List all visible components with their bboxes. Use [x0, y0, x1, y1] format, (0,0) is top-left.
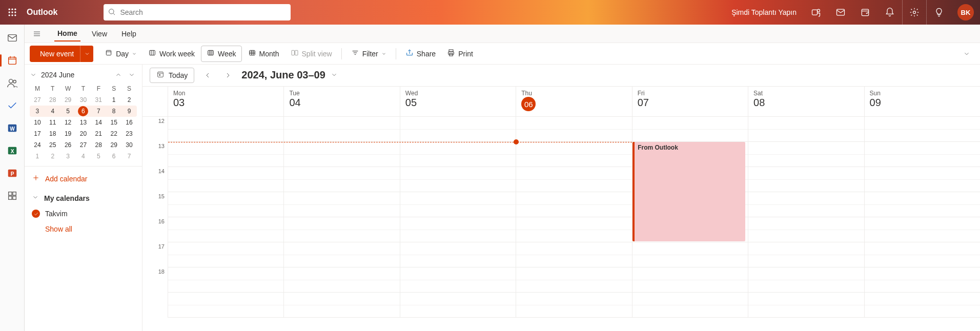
time-slot[interactable] — [400, 242, 516, 267]
mini-cal-day[interactable]: 5 — [91, 151, 106, 162]
time-slot[interactable] — [168, 217, 284, 242]
mini-cal-day[interactable]: 8 — [106, 106, 121, 117]
calendar-grid[interactable]: 12131415161718From Outlook — [142, 117, 980, 331]
time-slot[interactable] — [168, 167, 284, 192]
tips-icon[interactable] — [927, 0, 951, 25]
mini-cal-day[interactable]: 17 — [30, 128, 45, 139]
time-slot[interactable] — [168, 142, 284, 167]
mini-cal-day[interactable]: 21 — [91, 128, 106, 139]
time-slot[interactable] — [865, 117, 980, 142]
new-event-dropdown[interactable] — [80, 46, 93, 62]
time-slot[interactable] — [865, 267, 980, 293]
mini-cal-day[interactable]: 3 — [60, 151, 76, 162]
view-month-button[interactable]: Month — [243, 46, 284, 62]
time-slot[interactable] — [284, 117, 400, 142]
mini-cal-day[interactable]: 29 — [60, 94, 76, 106]
time-slot[interactable] — [516, 142, 632, 167]
mini-cal-day[interactable]: 28 — [91, 139, 106, 151]
next-week-button[interactable] — [221, 68, 235, 82]
day-header[interactable]: Fri07 — [632, 87, 748, 116]
view-work-week-button[interactable]: Work week — [143, 46, 200, 62]
expand-ribbon-button[interactable] — [958, 46, 975, 62]
mini-cal-day[interactable]: 22 — [106, 128, 121, 139]
rail-excel[interactable]: X — [2, 140, 23, 161]
time-slot[interactable] — [748, 142, 864, 167]
time-slot[interactable] — [400, 117, 516, 142]
prev-week-button[interactable] — [200, 68, 215, 82]
mini-cal-day[interactable]: 3 — [30, 106, 45, 117]
share-button[interactable]: Share — [400, 46, 441, 62]
time-slot[interactable] — [748, 167, 864, 192]
mini-calendar[interactable]: MTWTFSS 27282930311234567891011121314151… — [30, 83, 137, 162]
search-input[interactable] — [116, 8, 287, 16]
time-slot[interactable] — [284, 142, 400, 167]
rail-todo[interactable] — [2, 95, 23, 116]
filter-button[interactable]: Filter — [346, 46, 392, 62]
notifications-icon[interactable] — [877, 0, 902, 25]
time-slot[interactable] — [865, 192, 980, 217]
day-header[interactable]: Mon03 — [168, 87, 284, 116]
mini-cal-day[interactable]: 24 — [30, 139, 45, 151]
time-slot[interactable] — [748, 192, 864, 217]
my-day-icon[interactable] — [853, 0, 877, 25]
teams-icon[interactable] — [804, 0, 828, 25]
mini-cal-day[interactable]: 1 — [30, 151, 45, 162]
time-slot[interactable] — [516, 217, 632, 242]
time-slot[interactable] — [400, 192, 516, 217]
mini-cal-day[interactable]: 20 — [76, 128, 91, 139]
mini-cal-day[interactable]: 27 — [76, 139, 91, 151]
mini-cal-day[interactable]: 13 — [76, 117, 91, 128]
mini-cal-day[interactable]: 19 — [60, 128, 76, 139]
time-slot[interactable] — [748, 267, 864, 293]
time-slot[interactable] — [632, 117, 748, 142]
time-slot[interactable] — [865, 167, 980, 192]
date-range-heading[interactable]: 2024, June 03–09 — [241, 69, 337, 81]
mini-cal-prev[interactable] — [113, 70, 124, 80]
mini-cal-day[interactable]: 25 — [45, 139, 60, 151]
time-slot[interactable] — [400, 167, 516, 192]
time-slot[interactable] — [284, 242, 400, 267]
time-slot[interactable] — [284, 167, 400, 192]
time-slot[interactable] — [400, 217, 516, 242]
rail-powerpoint[interactable]: P — [2, 163, 23, 183]
time-slot[interactable] — [400, 142, 516, 167]
mini-cal-day[interactable]: 18 — [45, 128, 60, 139]
mini-cal-day[interactable]: 6 — [76, 106, 91, 117]
rail-people[interactable] — [2, 73, 23, 93]
account-avatar[interactable]: BK — [957, 4, 974, 20]
time-slot[interactable] — [168, 192, 284, 217]
mini-cal-day[interactable]: 12 — [60, 117, 76, 128]
calendar-event[interactable]: From Outlook — [632, 142, 745, 241]
time-slot[interactable] — [632, 267, 748, 293]
mini-cal-day[interactable]: 9 — [121, 106, 137, 117]
time-slot[interactable] — [400, 293, 516, 318]
time-slot[interactable] — [168, 293, 284, 318]
time-slot[interactable] — [168, 242, 284, 267]
time-slot[interactable] — [516, 242, 632, 267]
rail-more-apps[interactable] — [2, 185, 23, 206]
time-slot[interactable] — [516, 167, 632, 192]
time-slot[interactable] — [516, 192, 632, 217]
time-slot[interactable] — [284, 192, 400, 217]
rail-calendar[interactable] — [2, 50, 23, 71]
time-slot[interactable] — [748, 293, 864, 318]
time-slot[interactable] — [284, 217, 400, 242]
mini-cal-day[interactable]: 27 — [30, 94, 45, 106]
time-slot[interactable] — [168, 117, 284, 142]
time-slot[interactable] — [516, 293, 632, 318]
meet-now-button[interactable]: Şimdi Toplantı Yapın — [719, 0, 804, 25]
tab-help[interactable]: Help — [118, 27, 139, 41]
nav-toggle-button[interactable] — [28, 25, 46, 43]
mini-cal-day[interactable]: 1 — [106, 94, 121, 106]
mini-cal-day[interactable]: 10 — [30, 117, 45, 128]
rail-mail[interactable] — [2, 28, 23, 48]
mini-cal-collapse[interactable] — [30, 71, 37, 78]
today-button[interactable]: Today — [150, 68, 194, 83]
mini-cal-day[interactable]: 4 — [45, 106, 60, 117]
time-slot[interactable] — [632, 293, 748, 318]
day-header[interactable]: Tue04 — [284, 87, 400, 116]
mini-cal-day[interactable]: 4 — [76, 151, 91, 162]
time-slot[interactable] — [865, 142, 980, 167]
time-slot[interactable] — [865, 293, 980, 318]
mini-cal-day[interactable]: 31 — [91, 94, 106, 106]
